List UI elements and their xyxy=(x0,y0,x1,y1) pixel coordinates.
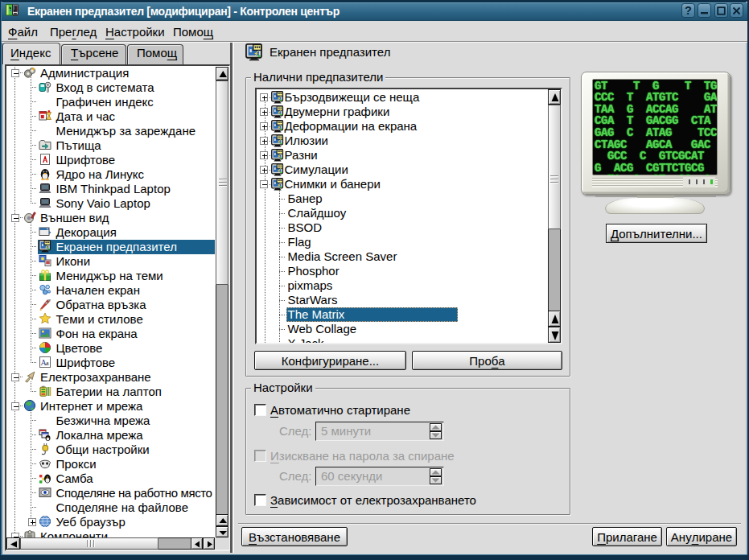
svg-text:a: a xyxy=(46,360,49,367)
